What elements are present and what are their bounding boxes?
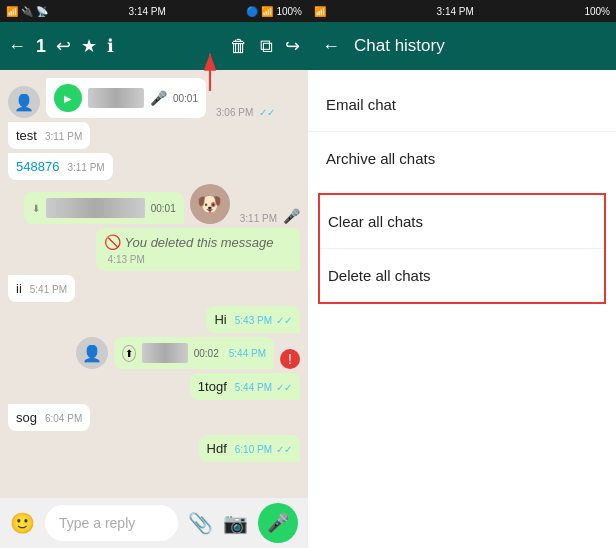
- audio-bubble-outgoing[interactable]: ⬇ 00:01: [24, 192, 184, 224]
- msg-time: 5:41 PM: [30, 284, 67, 295]
- text-bubble-outgoing[interactable]: Hi 5:43 PM ✓✓: [206, 306, 300, 333]
- right-status-right: 100%: [584, 6, 610, 17]
- text-bubble-incoming[interactable]: sog 6:04 PM: [8, 404, 90, 431]
- status-bar-right: 🔵 📶 100%: [246, 6, 302, 17]
- wifi-icon: 📶: [261, 6, 273, 17]
- left-panel: 📶 🔌 📡 3:14 PM 🔵 📶 100% ← 1 ↩ ★ ℹ 🗑 ⧉ ↪: [0, 0, 308, 548]
- contact-count: 1: [36, 36, 46, 57]
- msg-content: 1togf 5:44 PM ✓✓: [198, 379, 292, 394]
- dog-avatar: 🐶: [190, 184, 230, 224]
- right-top-bar: ← Chat history: [308, 22, 616, 70]
- signal-icon: 📶: [6, 6, 18, 17]
- msg-text: 1togf: [198, 379, 227, 394]
- chat-area: 👤 ▶ 🎤 00:01 3:06 PM ✓✓ test 3:11 PM: [0, 70, 308, 498]
- text-bubble-incoming[interactable]: ii 5:41 PM: [8, 275, 75, 302]
- msg-time: 3:11 PM: [67, 162, 104, 173]
- right-status-time: 3:14 PM: [437, 6, 474, 17]
- text-bubble-outgoing[interactable]: 1togf 5:44 PM ✓✓: [190, 373, 300, 400]
- audio-wave: [142, 343, 188, 363]
- mic-button[interactable]: 🎤: [258, 503, 298, 543]
- msg-content: sog 6:04 PM: [16, 410, 82, 425]
- right-battery: 100%: [584, 6, 610, 17]
- msg-time: 6:10 PM: [235, 444, 272, 455]
- link-bubble-incoming[interactable]: 548876 3:11 PM: [8, 153, 113, 180]
- link-text[interactable]: 548876: [16, 159, 59, 174]
- message-row: sog 6:04 PM: [8, 404, 300, 431]
- delete-all-chats-label: Delete all chats: [328, 267, 431, 284]
- message-row: 🚫 You deleted this message 4:13 PM: [8, 228, 300, 271]
- forward-icon[interactable]: ↪: [285, 35, 300, 57]
- deleted-text: You deleted this message: [125, 235, 274, 250]
- star-icon[interactable]: ★: [81, 35, 97, 57]
- message-row: 👤 ⬆ 00:02 5:44 PM !: [8, 337, 300, 369]
- bluetooth-icon: 🔵: [246, 6, 258, 17]
- avatar: 👤: [8, 86, 40, 118]
- right-status-bar: 📶 3:14 PM 100%: [308, 0, 616, 22]
- battery-left: 100%: [276, 6, 302, 17]
- clear-all-chats-label: Clear all chats: [328, 213, 423, 230]
- msg-content: Hi 5:43 PM ✓✓: [214, 312, 292, 327]
- attachment-icon[interactable]: 📎: [188, 511, 213, 535]
- message-row: test 3:11 PM: [8, 122, 300, 149]
- message-row: 1togf 5:44 PM ✓✓: [8, 373, 300, 400]
- info-icon[interactable]: ℹ: [107, 35, 114, 57]
- msg-time: 3:11 PM: [240, 213, 277, 224]
- archive-all-chats-item[interactable]: Archive all chats: [308, 132, 616, 185]
- mic-icon: 🎤: [150, 90, 167, 106]
- highlighted-section: Clear all chats Delete all chats: [318, 193, 606, 304]
- check-marks: ✓✓: [276, 315, 292, 326]
- audio-duration: 00:02: [194, 348, 219, 359]
- msg-time: 6:04 PM: [45, 413, 82, 424]
- play-button[interactable]: ▶: [54, 84, 82, 112]
- copy-icon[interactable]: ⧉: [260, 36, 273, 57]
- audio-wave: [46, 198, 145, 218]
- msg-content: ii 5:41 PM: [16, 281, 67, 296]
- text-bubble-outgoing[interactable]: Hdf 6:10 PM ✓✓: [199, 435, 300, 462]
- right-panel-title: Chat history: [354, 36, 445, 56]
- reply-icon[interactable]: ↩: [56, 35, 71, 57]
- download-icon[interactable]: ⬇: [32, 203, 40, 214]
- camera-icon[interactable]: 📷: [223, 511, 248, 535]
- audio-upload-bubble[interactable]: ⬆ 00:02 5:44 PM: [114, 337, 274, 369]
- delete-icon[interactable]: 🗑: [230, 36, 248, 57]
- audio-duration: 00:01: [173, 93, 198, 104]
- msg-time: 3:11 PM: [45, 131, 82, 142]
- text-bubble-incoming[interactable]: test 3:11 PM: [8, 122, 90, 149]
- input-placeholder: Type a reply: [59, 515, 135, 531]
- clear-all-chats-item[interactable]: Clear all chats: [320, 195, 604, 249]
- upload-icon[interactable]: ⬆: [122, 345, 136, 362]
- left-status-bar: 📶 🔌 📡 3:14 PM 🔵 📶 100%: [0, 0, 308, 22]
- top-bar-left: ← 1 ↩ ★ ℹ 🗑 ⧉ ↪: [0, 22, 308, 70]
- message-row: Hdf 6:10 PM ✓✓: [8, 435, 300, 462]
- email-chat-item[interactable]: Email chat: [308, 78, 616, 132]
- avatar: 👤: [76, 337, 108, 369]
- audio-bubble-incoming[interactable]: ▶ 🎤 00:01: [46, 78, 206, 118]
- back-icon[interactable]: ←: [8, 36, 26, 57]
- audio-duration: 00:01: [151, 203, 176, 214]
- emoji-icon[interactable]: 🙂: [10, 511, 35, 535]
- right-panel: 📶 3:14 PM 100% ← Chat history Email chat…: [308, 0, 616, 548]
- archive-all-chats-label: Archive all chats: [326, 150, 435, 167]
- error-badge: !: [280, 349, 300, 369]
- msg-text: Hi: [214, 312, 226, 327]
- status-bar-left: 📶 🔌 📡: [6, 6, 48, 17]
- mic-icon-green: 🎤: [283, 208, 300, 224]
- msg-content: test 3:11 PM: [16, 128, 82, 143]
- usb-icon: 🔌: [21, 6, 33, 17]
- msg-text: sog: [16, 410, 37, 425]
- check-marks: ✓✓: [276, 382, 292, 393]
- sim-icon: 📡: [36, 6, 48, 17]
- message-row: ii 5:41 PM: [8, 275, 300, 302]
- check-marks: ✓✓: [276, 444, 292, 455]
- message-input[interactable]: Type a reply: [45, 505, 178, 541]
- message-row: ⬇ 00:01 🐶 3:11 PM 🎤: [8, 184, 300, 224]
- right-back-icon[interactable]: ←: [322, 36, 340, 57]
- msg-time: 4:13 PM: [108, 254, 145, 265]
- delete-all-chats-item[interactable]: Delete all chats: [320, 249, 604, 302]
- status-time-left: 3:14 PM: [129, 6, 166, 17]
- msg-time: 5:44 PM: [235, 382, 272, 393]
- top-bar-actions: 🗑 ⧉ ↪: [230, 35, 300, 57]
- msg-text: Hdf: [207, 441, 227, 456]
- message-row: 548876 3:11 PM: [8, 153, 300, 180]
- msg-time: 5:43 PM: [235, 315, 272, 326]
